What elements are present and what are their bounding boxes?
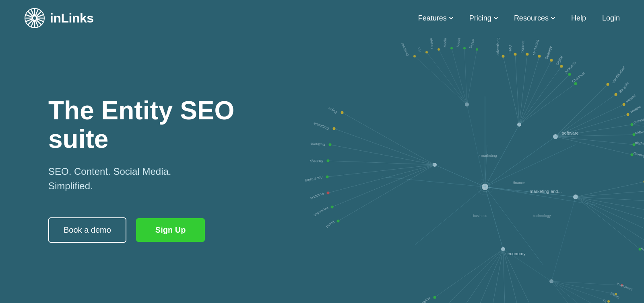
svg-point-164 — [463, 47, 466, 49]
svg-line-173 — [503, 249, 551, 281]
svg-point-160 — [413, 55, 416, 57]
nav-links: Features Pricing Resources Help Login — [418, 14, 620, 23]
svg-line-130 — [576, 182, 644, 197]
svg-point-31 — [623, 103, 625, 106]
svg-point-84 — [333, 127, 336, 130]
svg-line-125 — [576, 197, 644, 231]
svg-point-90 — [337, 220, 340, 223]
svg-line-51 — [503, 56, 519, 125]
svg-point-85 — [329, 143, 332, 146]
svg-line-104 — [503, 249, 505, 303]
hero-title: The Entity SEO suite — [48, 96, 290, 153]
svg-point-87 — [326, 176, 329, 178]
svg-point-30 — [615, 93, 617, 96]
svg-point-88 — [327, 192, 330, 194]
svg-point-64 — [560, 65, 563, 68]
svg-line-127 — [576, 197, 644, 211]
svg-line-77 — [330, 145, 435, 165]
svg-line-159 — [467, 49, 477, 104]
svg-point-83 — [341, 111, 344, 114]
svg-point-9 — [33, 16, 37, 20]
svg-point-62 — [538, 55, 541, 58]
svg-line-157 — [452, 48, 467, 104]
svg-text:Strategy: Strategy — [310, 159, 323, 164]
svg-point-89 — [331, 206, 334, 209]
svg-line-155 — [427, 52, 467, 104]
svg-line-102 — [475, 249, 503, 303]
svg-line-106 — [503, 249, 533, 303]
svg-point-107 — [433, 296, 436, 299]
brand-name: inLinks — [50, 11, 94, 26]
svg-line-174 — [551, 197, 576, 281]
svg-text:Brand: Brand — [325, 219, 335, 229]
svg-point-60 — [514, 53, 517, 56]
logo-link[interactable]: inLinks — [24, 8, 94, 29]
svg-text:software: software — [635, 129, 644, 135]
svg-text:lifecycle: lifecycle — [618, 81, 630, 94]
svg-text:Digital: Digital — [468, 39, 475, 49]
svg-line-79 — [327, 165, 435, 177]
hero-content: The Entity SEO suite SEO. Content. Socia… — [48, 96, 290, 243]
svg-text:identification: identification — [611, 65, 626, 84]
svg-text:Design: Design — [429, 38, 434, 49]
svg-text:Marketing: Marketing — [532, 39, 539, 56]
svg-line-154 — [415, 56, 467, 104]
svg-text:· finance: · finance — [511, 181, 525, 185]
svg-line-124 — [576, 197, 644, 241]
svg-line-20 — [435, 165, 485, 187]
svg-line-177 — [551, 281, 599, 303]
svg-text:computing: computing — [633, 116, 644, 125]
svg-line-52 — [515, 54, 519, 125]
svg-text:· marketing-and...: · marketing-and... — [527, 189, 562, 194]
svg-text:Strategy: Strategy — [544, 45, 553, 59]
hero-visualization: identification lifecycle release version… — [294, 24, 644, 303]
svg-line-100 — [447, 249, 503, 303]
svg-text:growth: growth — [610, 291, 621, 300]
sign-up-button[interactable]: Sign Up — [136, 218, 205, 242]
svg-line-75 — [342, 113, 435, 165]
svg-point-65 — [568, 73, 571, 76]
svg-point-59 — [502, 55, 505, 58]
svg-text:· business: · business — [471, 214, 487, 218]
svg-line-76 — [334, 129, 435, 165]
svg-text:Business: Business — [310, 142, 325, 147]
svg-text:version: version — [630, 105, 642, 114]
svg-line-58 — [519, 84, 576, 125]
svg-text:Market: Market — [420, 296, 431, 303]
svg-line-158 — [464, 48, 467, 104]
entity-network-svg: identification lifecycle release version… — [294, 24, 644, 303]
svg-point-86 — [327, 160, 330, 162]
svg-line-178 — [551, 281, 609, 301]
svg-text:platform: platform — [635, 141, 644, 146]
nav-features[interactable]: Features — [418, 14, 453, 23]
nav-help[interactable]: Help — [571, 14, 586, 23]
svg-line-16 — [485, 187, 503, 249]
svg-text:Analytics: Analytics — [564, 61, 577, 74]
navigation: inLinks Features Pricing Resources Help … — [0, 0, 644, 36]
svg-text:Channels: Channels — [571, 71, 586, 84]
nav-resources[interactable]: Resources — [514, 14, 555, 23]
nav-pricing[interactable]: Pricing — [469, 14, 498, 23]
svg-line-153 — [467, 104, 485, 187]
svg-text:development: development — [633, 151, 644, 161]
svg-point-63 — [550, 59, 553, 62]
svg-point-163 — [450, 47, 453, 49]
svg-line-200 — [382, 177, 485, 187]
svg-line-105 — [503, 249, 520, 303]
svg-text:Promotion: Promotion — [313, 205, 329, 217]
svg-point-61 — [526, 53, 529, 56]
svg-text:CMO: CMO — [508, 45, 512, 53]
svg-line-175 — [551, 281, 576, 303]
hero-subtitle: SEO. Content. Social Media. Simplified. — [48, 164, 290, 193]
svg-text:Digital: Digital — [555, 55, 564, 66]
svg-line-27 — [555, 137, 634, 145]
svg-text:· economy: · economy — [505, 251, 526, 256]
svg-line-81 — [332, 165, 435, 207]
svg-text:· software: · software — [559, 131, 579, 135]
svg-text:Products: Products — [310, 191, 324, 201]
book-demo-button[interactable]: Book a demo — [48, 217, 126, 243]
svg-point-162 — [438, 48, 440, 51]
svg-line-53 — [519, 54, 527, 125]
svg-line-156 — [439, 49, 467, 104]
nav-login[interactable]: Login — [602, 14, 620, 23]
